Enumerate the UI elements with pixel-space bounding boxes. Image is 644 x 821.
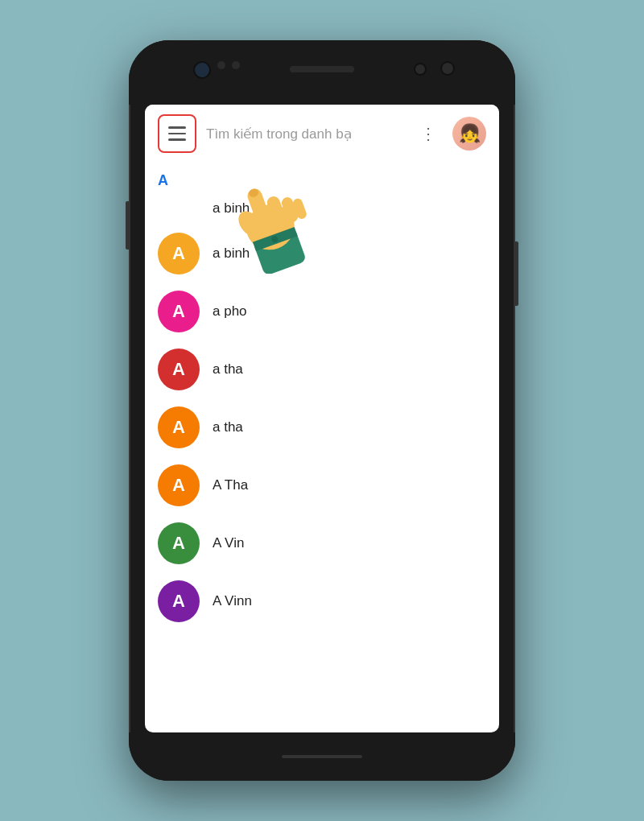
contact-list: A a binh A a binh A a pho <box>145 163 499 732</box>
power-button <box>515 241 518 306</box>
contact-avatar: A <box>158 522 200 564</box>
contact-name: A Vinn <box>213 593 252 609</box>
phone-screen: Tìm kiếm trong danh bạ ⋮ 👧 <box>145 105 499 732</box>
contact-initial: A <box>172 417 185 438</box>
contact-initial: A <box>172 591 185 612</box>
list-item[interactable]: A A Vin <box>158 514 486 572</box>
earpiece-speaker <box>290 66 354 72</box>
more-options-button[interactable]: ⋮ <box>414 119 443 148</box>
list-item[interactable]: A a binh <box>158 225 486 283</box>
contact-avatar: A <box>158 580 200 622</box>
contact-name: A Vin <box>213 535 244 551</box>
search-bar: Tìm kiếm trong danh bạ ⋮ 👧 <box>145 105 499 163</box>
search-placeholder: Tìm kiếm trong danh bạ <box>206 126 352 142</box>
list-item[interactable]: A a pho <box>158 283 486 340</box>
list-item[interactable]: A a tha <box>158 340 486 398</box>
contact-avatar: A <box>158 464 200 506</box>
contact-name: a pho <box>213 303 247 320</box>
user-avatar[interactable]: 👧 <box>452 117 486 151</box>
sensor-dot-2 <box>232 61 240 69</box>
list-item[interactable]: A a tha <box>158 398 486 456</box>
bottom-bezel <box>129 732 515 781</box>
list-item[interactable]: A A Tha <box>158 456 486 514</box>
list-item[interactable]: a binh <box>158 192 486 225</box>
contact-name: a tha <box>213 361 243 377</box>
contact-initial: A <box>172 359 185 380</box>
contact-avatar: A <box>158 291 200 332</box>
section-header-a: A <box>158 163 486 192</box>
contact-name: a binh <box>213 245 250 262</box>
contact-avatar: A <box>158 406 200 448</box>
search-input[interactable]: Tìm kiếm trong danh bạ <box>206 126 404 142</box>
contact-initial: A <box>172 533 185 554</box>
contact-name: a tha <box>213 419 243 435</box>
contact-initial: A <box>172 243 185 264</box>
contact-name: A Tha <box>213 477 248 493</box>
avatar-image: 👧 <box>452 117 486 151</box>
front-camera <box>193 61 211 79</box>
sensor-area <box>193 61 240 79</box>
sensor-dot-1 <box>217 61 225 69</box>
home-bar <box>282 755 362 758</box>
sensor-right <box>440 61 455 76</box>
contact-avatar: A <box>158 349 200 390</box>
contact-initial: A <box>172 475 185 496</box>
phone-frame: Tìm kiếm trong danh bạ ⋮ 👧 <box>129 40 515 781</box>
hamburger-icon <box>168 126 186 141</box>
menu-button[interactable] <box>158 114 196 153</box>
selfie-camera <box>414 63 427 76</box>
contact-avatar: A <box>158 233 200 274</box>
contact-initial: A <box>172 301 185 322</box>
list-item[interactable]: A A Vinn <box>158 572 486 630</box>
top-bezel <box>129 40 515 105</box>
contact-name: a binh <box>213 200 250 217</box>
volume-button <box>126 201 129 250</box>
